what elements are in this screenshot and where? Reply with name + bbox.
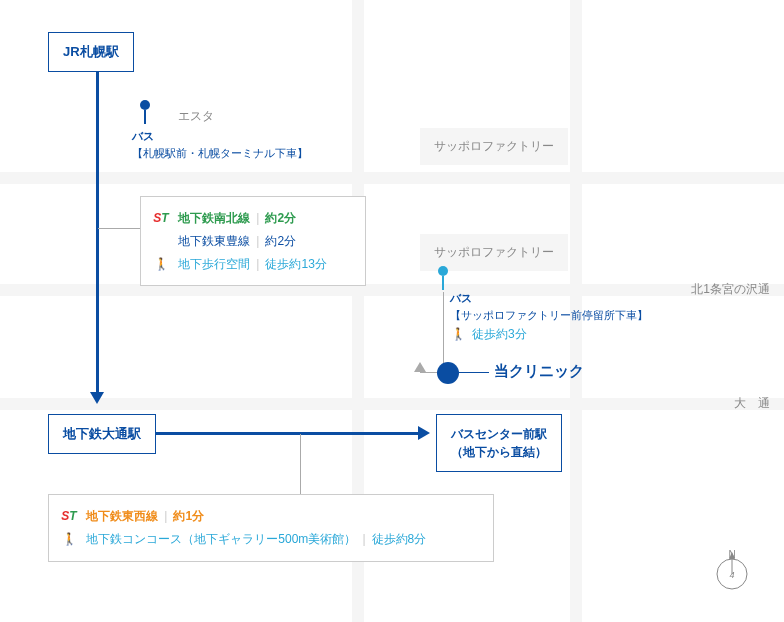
line-time: 約2分	[265, 234, 296, 248]
access-map: 北1条宮の沢通 大 通 JR札幌駅 エスタ バス 【札幌駅前・札幌ターミナル下車…	[0, 0, 784, 622]
walk-name: 地下歩行空間	[178, 257, 250, 271]
landmark-esta: エスタ	[178, 108, 214, 125]
bus-pin-stem	[144, 110, 146, 124]
transit-line-tozai: ST 地下鉄東西線|約1分	[61, 505, 481, 528]
bus-pin-dot	[438, 266, 448, 276]
bus-pin-sapporo	[140, 100, 150, 124]
bus-sapporo-text: バス 【札幌駅前・札幌ターミナル下車】	[132, 128, 308, 161]
walk-icon: 🚶	[61, 528, 77, 551]
connector-factory-down	[443, 292, 444, 372]
bus-pin-factory	[438, 266, 448, 290]
bus-factory-walk: 🚶徒歩約3分	[450, 326, 527, 343]
station-bus-center-l2: （地下から直結）	[451, 445, 547, 459]
svg-text:4: 4	[729, 570, 734, 580]
station-bus-center-l1: バスセンター前駅	[451, 427, 547, 441]
bus-factory-stop: 【サッポロファクトリー前停留所下車】	[450, 309, 648, 321]
road-label-kita1jo: 北1条宮の沢通	[691, 281, 770, 298]
bus-factory-text: バス 【サッポロファクトリー前停留所下車】	[450, 290, 648, 323]
road-kita1jo	[0, 284, 784, 296]
arrow-odori-to-buscenter	[150, 432, 420, 435]
bus-pin-dot	[140, 100, 150, 110]
bus-sapporo-stop: 【札幌駅前・札幌ターミナル下車】	[132, 147, 308, 159]
compass-icon: N 4	[710, 548, 754, 592]
walk-name: 地下鉄コンコース（地下ギャラリー500m美術館）	[86, 532, 356, 546]
walk-time: 徒歩約8分	[372, 532, 427, 546]
station-jr-sapporo: JR札幌駅	[48, 32, 134, 72]
landmark-factory-1: サッポロファクトリー	[420, 128, 568, 165]
svg-text:N: N	[728, 549, 735, 560]
station-odori-label: 地下鉄大通駅	[63, 426, 141, 441]
station-bus-center: バスセンター前駅 （地下から直結）	[436, 414, 562, 472]
line-time: 約2分	[265, 211, 296, 225]
clinic-label: 当クリニック	[494, 362, 584, 381]
road-label-odori: 大 通	[734, 395, 770, 412]
st-icon: ST	[153, 207, 169, 230]
road-horizontal	[0, 172, 784, 184]
transit-line-namboku: ST 地下鉄南北線|約2分	[153, 207, 353, 230]
transit-box-2: ST 地下鉄東西線|約1分 🚶 地下鉄コンコース（地下ギャラリー500m美術館）…	[48, 494, 494, 562]
arrow-jr-to-odori	[96, 54, 99, 394]
arrowhead-factory-up	[414, 362, 426, 372]
spacer-icon	[153, 230, 169, 253]
st-icon: ST	[61, 505, 77, 528]
transit-line-toho: 地下鉄東豊線|約2分	[153, 230, 353, 253]
clinic-leader	[459, 372, 489, 373]
bus-factory-walk-time: 徒歩約3分	[472, 327, 527, 341]
line-time: 約1分	[173, 509, 204, 523]
arrowhead-odori-to-buscenter	[418, 426, 430, 440]
transit-walk-concourse: 🚶 地下鉄コンコース（地下ギャラリー500m美術館）|徒歩約8分	[61, 528, 481, 551]
clinic-marker	[437, 362, 459, 384]
line-name: 地下鉄東豊線	[178, 234, 250, 248]
bus-label: バス	[450, 292, 472, 304]
walk-icon: 🚶	[450, 327, 466, 341]
transit-walk-chikaho: 🚶 地下歩行空間|徒歩約13分	[153, 253, 353, 276]
station-jr-sapporo-label: JR札幌駅	[63, 44, 119, 59]
bus-pin-stem	[442, 276, 444, 290]
line-name: 地下鉄東西線	[86, 509, 158, 523]
connector-box2	[300, 434, 301, 494]
connector-box1	[98, 228, 140, 229]
bus-label: バス	[132, 130, 154, 142]
road-odori	[0, 398, 784, 410]
station-odori: 地下鉄大通駅	[48, 414, 156, 454]
line-name: 地下鉄南北線	[178, 211, 250, 225]
walk-time: 徒歩約13分	[265, 257, 326, 271]
walk-icon: 🚶	[153, 253, 169, 276]
transit-box-1: ST 地下鉄南北線|約2分 地下鉄東豊線|約2分 🚶 地下歩行空間|徒歩約13分	[140, 196, 366, 286]
arrowhead-jr-to-odori	[90, 392, 104, 404]
